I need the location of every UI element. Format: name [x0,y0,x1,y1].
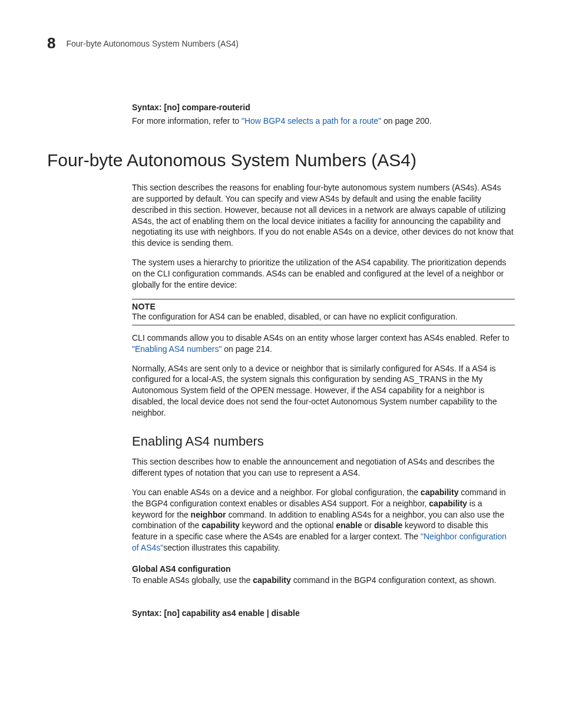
paragraph: CLI commands allow you to disable AS4s o… [132,332,515,355]
text-fragment: keyword and the optional [240,521,336,530]
cross-reference-link[interactable]: "How BGP4 selects a path for a route" [242,116,381,126]
page-header: 8 Four-byte Autonomous System Numbers (A… [47,34,515,52]
text-fragment: You can enable AS4s on a device and a ne… [132,487,421,497]
keyword-enable: enable [336,521,362,530]
page-content: Syntax: [no] compare-routerid For more i… [132,103,515,618]
syntax-command: [no] compare-routerid [164,103,250,112]
text-fragment: CLI commands allow you to disable AS4s o… [132,333,509,342]
sub-sub-heading-global-as4: Global AS4 configuration [132,564,515,574]
text-fragment: command in the BGP4 configuration contex… [291,575,497,585]
text-fragment: or [362,521,374,530]
paragraph: To enable AS4s globally, use the capabil… [132,575,515,586]
spacer [132,594,515,608]
section-heading-as4: Four-byte Autonomous System Numbers (AS4… [47,150,515,170]
note-block: NOTE The configuration for AS4 can be en… [132,299,515,325]
syntax-line-bottom: Syntax: [no] capability as4 enable | dis… [132,608,515,618]
syntax-label: Syntax: [132,608,162,618]
paragraph: Normally, AS4s are sent only to a device… [132,363,515,419]
paragraph: This section describes the reasons for e… [132,182,515,249]
keyword-capability: capability [201,521,240,530]
text-fragment: on page 200. [381,116,432,126]
paragraph: You can enable AS4s on a device and a ne… [132,487,515,554]
syntax-line-top: Syntax: [no] compare-routerid [132,103,515,112]
keyword-neighbor: neighbor [191,510,226,519]
keyword-capability: capability [421,487,459,497]
text-fragment: To enable AS4s globally, use the [132,575,253,585]
note-text: The configuration for AS4 can be enabled… [132,312,458,321]
text-fragment: For more information, refer to [132,116,242,126]
cross-reference-link[interactable]: "Enabling AS4 numbers" [132,344,222,354]
running-head: Four-byte Autonomous System Numbers (AS4… [66,39,239,48]
text-fragment: section illustrates this capability. [163,543,280,552]
text-fragment: on page 214. [222,344,272,354]
keyword-capability: capability [253,575,291,585]
syntax-label: Syntax: [132,103,162,112]
paragraph: The system uses a hierarchy to prioritiz… [132,257,515,291]
document-page: 8 Four-byte Autonomous System Numbers (A… [0,0,562,728]
keyword-disable: disable [374,521,402,530]
chapter-number: 8 [47,34,55,52]
paragraph: This section describes how to enable the… [132,456,515,479]
syntax-command: [no] capability as4 enable | disable [164,608,299,618]
keyword-capability: capability [429,499,467,508]
note-label: NOTE [132,302,515,311]
subsection-heading-enabling-as4: Enabling AS4 numbers [132,434,515,449]
paragraph-reference: For more information, refer to "How BGP4… [132,116,515,127]
